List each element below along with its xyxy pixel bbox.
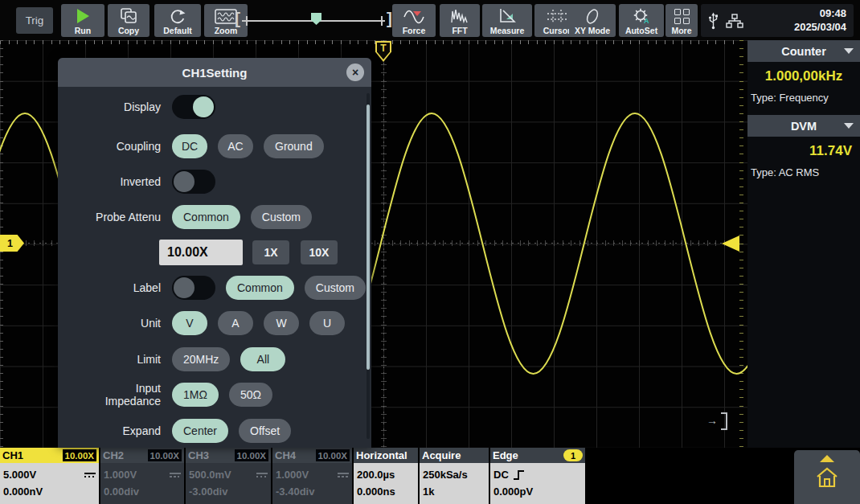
inverted-toggle[interactable]	[172, 170, 215, 194]
unit-w-button[interactable]: W	[264, 311, 299, 335]
dialog-header[interactable]: CH1Setting ×	[58, 58, 371, 87]
top-toolbar: Trig Run Copy Default	[0, 0, 860, 40]
ch1-setting-dialog: CH1Setting × Display Coupling DC AC Grou…	[58, 58, 371, 448]
impedance-50ohm-button[interactable]: 50Ω	[229, 383, 272, 407]
display-label: Display	[58, 100, 161, 113]
horizontal-offset: 0.000ns	[357, 486, 395, 498]
label-common-button[interactable]: Common	[226, 276, 294, 300]
collapse-panel-icon[interactable]: →	[706, 412, 727, 430]
label-label: Label	[58, 281, 161, 294]
ch1-status-block[interactable]: CH1 10.00X 5.000V 0.000nV	[0, 448, 99, 504]
trigger-source-badge: 1	[563, 449, 583, 461]
collapse-up-icon	[820, 455, 834, 462]
expand-row: Expand Center Offset	[58, 418, 362, 444]
dvm-section-header[interactable]: DVM	[747, 115, 860, 137]
autoset-button[interactable]: A AutoSet	[619, 4, 664, 37]
probe-common-button[interactable]: Common	[172, 205, 240, 229]
run-play-icon	[77, 6, 89, 26]
close-icon[interactable]: ×	[346, 64, 364, 81]
fft-button[interactable]: FFT	[440, 4, 480, 37]
probe-ratio-input[interactable]: 10.00X	[159, 240, 243, 265]
probe-1x-button[interactable]: 1X	[252, 240, 289, 264]
expand-offset-button[interactable]: Offset	[239, 419, 291, 443]
right-tick-icon	[381, 16, 383, 26]
label-custom-button[interactable]: Custom	[305, 276, 366, 300]
label-toggle[interactable]	[172, 276, 215, 300]
measure-button[interactable]: Measure	[482, 4, 532, 37]
dvm-title: DVM	[791, 120, 817, 133]
ch3-offset: -3.00div	[189, 486, 227, 498]
ch2-attenuation-badge: 10.00X	[148, 449, 182, 461]
fft-label: FFT	[452, 26, 467, 35]
probe-custom-button[interactable]: Custom	[251, 205, 312, 229]
expand-center-button[interactable]: Center	[172, 419, 228, 443]
bracket-icon	[721, 412, 727, 430]
horizontal-status-block[interactable]: Horizontal 200.0µs 0.000ns	[354, 448, 418, 504]
home-button[interactable]	[794, 450, 860, 504]
probe-10x-button[interactable]: 10X	[301, 240, 338, 264]
date-display: 2025/03/04	[794, 20, 846, 34]
ch3-name: CH3	[188, 449, 209, 461]
counter-section-header[interactable]: Counter	[747, 40, 860, 62]
xy-mode-button[interactable]: XY Mode	[569, 4, 616, 37]
ch1-name: CH1	[2, 449, 23, 461]
horizontal-title: Horizontal	[356, 449, 407, 461]
cursor-label: Cursor	[543, 26, 571, 35]
measurement-panel: Counter 1.000,00kHz Type: Frequency DVM …	[747, 40, 860, 448]
ch3-status-block[interactable]: CH3 10.00X 500.0mV -3.00div	[186, 448, 271, 504]
default-button[interactable]: Default	[154, 4, 201, 37]
zoom-waveform-icon	[215, 6, 237, 26]
impedance-1mohm-button[interactable]: 1MΩ	[172, 383, 219, 407]
horizontal-position-widget[interactable]: [ ]	[235, 10, 392, 31]
expand-label: Expand	[58, 424, 161, 437]
dc-coupling-icon	[338, 473, 349, 477]
usb-icon	[707, 12, 719, 30]
unit-label: Unit	[58, 317, 161, 330]
more-button[interactable]: More	[665, 4, 698, 37]
chevron-down-icon	[844, 123, 854, 129]
run-button[interactable]: Run	[61, 4, 104, 37]
limit-20mhz-button[interactable]: 20MHz	[172, 347, 230, 371]
ch4-name: CH4	[275, 449, 296, 461]
xy-mode-ellipse-icon	[583, 6, 602, 26]
trig-button[interactable]: Trig	[16, 7, 53, 34]
trig-label: Trig	[26, 14, 44, 27]
trigger-title: Edge	[493, 449, 518, 461]
default-reset-icon	[169, 6, 186, 26]
counter-title: Counter	[781, 45, 826, 58]
ch2-status-block[interactable]: CH2 10.00X 1.000V 0.00div	[100, 448, 184, 504]
display-toggle[interactable]	[172, 95, 215, 119]
trigger-status-block[interactable]: Edge 1 DC 0.000pV	[490, 448, 585, 504]
trigger-position-flag-icon[interactable]: T	[375, 41, 391, 62]
copy-button[interactable]: Copy	[108, 4, 149, 37]
dialog-scrollbar-thumb[interactable]	[367, 104, 370, 370]
ch4-status-block[interactable]: CH4 10.00X 1.000V -3.40div	[272, 448, 352, 504]
inverted-label: Inverted	[58, 175, 161, 188]
trigger-coupling: DC	[493, 469, 509, 481]
coupling-ground-button[interactable]: Ground	[264, 134, 324, 158]
limit-all-button[interactable]: All	[240, 347, 285, 371]
coupling-ac-button[interactable]: AC	[218, 134, 253, 158]
clock-panel[interactable]: 09:48 2025/03/04	[701, 4, 854, 37]
unit-u-button[interactable]: U	[309, 311, 345, 335]
probe-attenuation-row: Probe Attenu Common Custom	[58, 204, 362, 230]
dialog-scrollbar[interactable]	[367, 93, 370, 439]
acquire-status-block[interactable]: Acquire 250kSa/s 1k	[420, 448, 489, 504]
ch3-attenuation-badge: 10.00X	[235, 449, 268, 461]
dvm-type: Type: AC RMS	[747, 166, 860, 183]
dc-coupling-icon	[170, 473, 181, 477]
coupling-dc-button[interactable]: DC	[172, 134, 207, 158]
unit-a-button[interactable]: A	[218, 311, 253, 335]
trigger-position-marker-icon[interactable]	[311, 13, 321, 25]
copy-pages-icon	[119, 6, 138, 26]
unit-v-button[interactable]: V	[172, 311, 207, 335]
copy-label: Copy	[118, 26, 139, 35]
force-trigger-icon	[403, 6, 425, 26]
probe-attenuation-label: Probe Attenu	[58, 211, 161, 223]
force-button[interactable]: Force	[392, 4, 436, 37]
ch2-name: CH2	[103, 449, 124, 461]
limit-row: Limit 20MHz All	[58, 346, 362, 372]
acquire-memory-depth: 1k	[423, 486, 434, 498]
ch1-offset: 0.000nV	[3, 486, 43, 498]
left-bracket-icon: [	[235, 8, 240, 29]
